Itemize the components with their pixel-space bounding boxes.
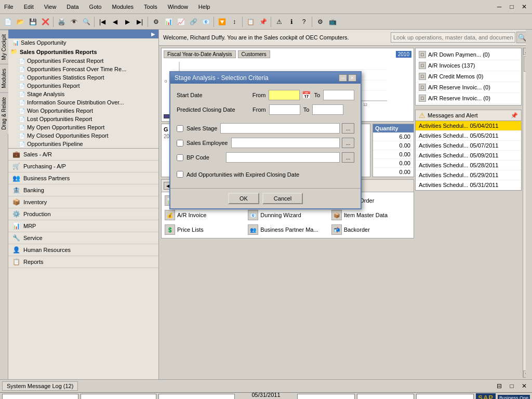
tree-label-4: Stage Analysis (27, 91, 64, 97)
sales-employee-checkbox[interactable] (177, 140, 183, 147)
ok-button[interactable]: OK (228, 193, 259, 204)
drag-relate-tab[interactable]: Drag & Relate (0, 92, 8, 134)
menu-help[interactable]: Help (196, 3, 212, 11)
tree-item-1[interactable]: 📄 Opportunities Forecast Over Time Re... (8, 65, 158, 73)
menu-data[interactable]: Data (64, 3, 81, 11)
nav-purchasing[interactable]: 🛒 Purchasing - A/P (8, 161, 158, 172)
paste-btn[interactable]: 📌 (257, 16, 269, 28)
help-btn[interactable]: ? (298, 16, 310, 28)
tool3[interactable]: 📈 (175, 16, 187, 28)
tool1[interactable]: ⚙ (150, 16, 162, 28)
doc-icon-3: 📄 (19, 83, 25, 89)
save-btn[interactable]: 💾 (27, 16, 38, 28)
minimize-btn[interactable]: ─ (494, 1, 505, 12)
nav-mrp[interactable]: 📊 MRP (8, 220, 158, 232)
dialog-title-bar[interactable]: Stage Analysis - Selection Criteria ─ ✕ (170, 72, 361, 84)
sales-stage-browse[interactable]: ... (342, 123, 354, 134)
sales-employee-input[interactable] (231, 138, 340, 148)
tree-item-10[interactable]: 📄 Opportunities Pipeline (8, 140, 158, 148)
tree-item-9[interactable]: 📄 My Closed Opportunities Report (8, 131, 158, 140)
open-btn[interactable]: 📂 (15, 16, 26, 28)
tree-item-2[interactable]: 📄 Opportunities Statistics Report (8, 73, 158, 82)
menu-tools[interactable]: Tools (142, 3, 159, 11)
tool4[interactable]: 🔗 (188, 16, 199, 28)
tree-item-0[interactable]: 📄 Opportunities Forecast Report (8, 57, 158, 65)
start-date-to[interactable] (323, 90, 354, 100)
sales-employee-browse[interactable]: ... (342, 138, 354, 148)
sales-stage-checkbox[interactable] (177, 125, 183, 132)
close-btn[interactable]: ✕ (518, 1, 530, 12)
nav-service[interactable]: 🔧 Service (8, 232, 158, 244)
tool5[interactable]: 📧 (200, 16, 211, 28)
tree-item-7[interactable]: 📄 Lost Opportunities Report (8, 115, 158, 123)
sales-opp-label: Sales Opportunity (21, 39, 66, 46)
cancel-button[interactable]: Cancel (262, 193, 303, 204)
menu-view[interactable]: View (42, 3, 59, 11)
sales-stage-input[interactable] (220, 123, 340, 134)
nav-mrp-label: MRP (23, 223, 36, 229)
copy-btn[interactable]: 📋 (245, 16, 256, 28)
sales-opp-icon: 📊 (12, 40, 19, 46)
delete-btn[interactable]: ❌ (39, 16, 51, 28)
inventory-icon: 📦 (12, 198, 20, 206)
start-date-from[interactable] (269, 90, 300, 100)
nav-inventory[interactable]: 📦 Inventory (8, 196, 158, 208)
menu-edit[interactable]: Edit (22, 3, 36, 11)
calendar-icon-0[interactable]: 📅 (302, 91, 311, 99)
sort-btn[interactable]: ↕ (229, 16, 240, 28)
print-btn[interactable]: 🖨️ (56, 16, 67, 28)
my-cockpit-tab[interactable]: My Cockpit (0, 30, 8, 64)
monitor-btn[interactable]: 📺 (327, 16, 338, 28)
modules-tab[interactable]: Modules (0, 64, 8, 92)
expired-closing-checkbox[interactable] (177, 171, 183, 178)
menu-modules[interactable]: Modules (110, 3, 136, 11)
tree-item-6[interactable]: 📄 Won Opportunities Report (8, 107, 158, 115)
last-btn[interactable]: ▶| (134, 16, 145, 28)
tool2[interactable]: 📊 (163, 16, 174, 28)
nav-sales-ar[interactable]: 💼 Sales - A/R (8, 149, 158, 161)
dialog-close[interactable]: ✕ (348, 74, 356, 82)
dialog-title-text: Stage Analysis - Selection Criteria (175, 74, 269, 82)
predicted-from[interactable] (269, 104, 300, 115)
new-btn[interactable]: 📄 (2, 16, 14, 28)
filter-btn[interactable]: 🔽 (216, 16, 228, 28)
bp-code-row: BP Code ... (177, 152, 354, 163)
nav-reports[interactable]: 📋 Reports (8, 256, 158, 268)
maximize-btn[interactable]: □ (506, 1, 517, 12)
warn-btn[interactable]: ⚠ (273, 16, 285, 28)
tree-item-8[interactable]: 📄 My Open Opportunities Report (8, 123, 158, 131)
sidebar-item-sales-opp-reports[interactable]: 📁 Sales Opportunities Reports (8, 47, 158, 57)
menu-file[interactable]: File (2, 3, 16, 11)
tree-item-5[interactable]: 📄 Information Source Distribution Over..… (8, 98, 158, 107)
taskbar-close[interactable]: ✕ (518, 380, 530, 392)
nav-purchasing-label: Purchasing - A/P (23, 163, 66, 169)
expired-closing-row: Add Opportunities with Expired Closing D… (177, 171, 354, 178)
menu-goto[interactable]: Goto (87, 3, 104, 11)
config-btn[interactable]: ⚙ (314, 16, 326, 28)
bp-code-checkbox[interactable] (177, 154, 183, 161)
bp-code-browse[interactable]: ... (342, 152, 354, 163)
nav-hr[interactable]: 👤 Human Resources (8, 244, 158, 256)
tree-item-4[interactable]: 📄 Stage Analysis (8, 90, 158, 98)
bp-code-input[interactable] (226, 152, 340, 163)
taskbar-restore[interactable]: ⊟ (494, 380, 505, 392)
preview-btn[interactable]: 👁️ (68, 16, 79, 28)
sidebar-item-sales-opp[interactable]: 📊 Sales Opportunity (8, 38, 158, 47)
nav-banking[interactable]: 🏦 Banking (8, 184, 158, 196)
find-btn[interactable]: 🔍 (81, 16, 92, 28)
taskbar-max[interactable]: □ (506, 380, 517, 392)
nav-production[interactable]: ⚙️ Production (8, 208, 158, 220)
menu-window[interactable]: Window (166, 3, 190, 11)
nav-business-partners[interactable]: 👥 Business Partners (8, 172, 158, 184)
first-btn[interactable]: |◀ (97, 16, 108, 28)
dialog-minimize[interactable]: ─ (339, 74, 347, 82)
info-btn[interactable]: ℹ (286, 16, 297, 28)
taskbar-syslog[interactable]: System Message Log (12) (2, 381, 78, 391)
sep2 (94, 17, 95, 27)
prev-btn[interactable]: ◀ (109, 16, 121, 28)
predicted-to[interactable] (312, 104, 343, 115)
next-btn[interactable]: ▶ (122, 16, 133, 28)
tree-item-3[interactable]: 📄 Opportunities Report (8, 82, 158, 90)
banking-icon: 🏦 (12, 187, 20, 194)
collapse-arrow[interactable]: ▶ (151, 31, 155, 37)
